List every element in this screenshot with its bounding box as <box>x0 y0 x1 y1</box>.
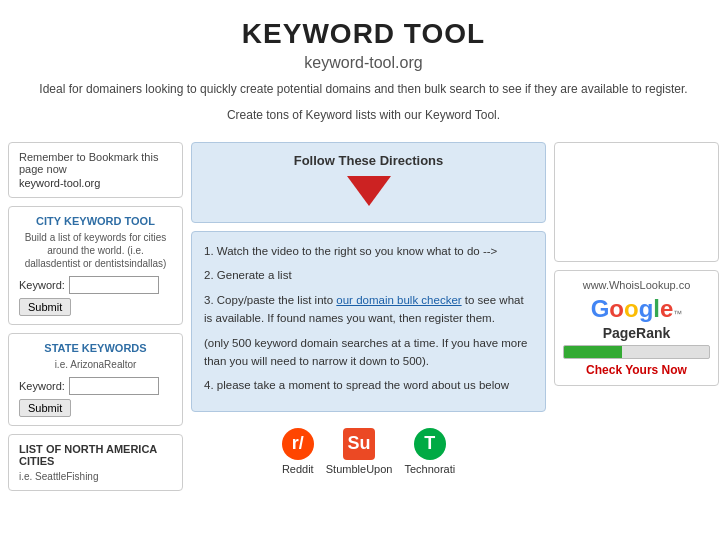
technorati-icon: T <box>414 428 446 460</box>
pagerank-box: www.WhoisLookup.co G o o g l e ™ PageRan… <box>554 270 719 386</box>
social-row: r/ Reddit Su StumbleUpon T Technorati <box>191 420 546 483</box>
directions-title: Follow These Directions <box>202 153 535 168</box>
state-title: STATE KEYWORDS <box>19 342 172 354</box>
bookmark-title: Remember to Bookmark this page now <box>19 151 172 175</box>
google-l-letter: l <box>653 295 660 323</box>
google-g2-letter: g <box>639 295 654 323</box>
subtitle: keyword-tool.org <box>20 54 707 72</box>
google-tm: ™ <box>673 309 682 319</box>
bookmark-box: Remember to Bookmark this page now keywo… <box>8 142 183 198</box>
google-e-letter: e <box>660 295 673 323</box>
google-o2-letter: o <box>624 295 639 323</box>
step2: 2. Generate a list <box>204 266 533 284</box>
pagerank-bar <box>563 345 710 359</box>
stumbleupon-label: StumbleUpon <box>326 463 393 475</box>
technorati-social[interactable]: T Technorati <box>404 428 455 475</box>
bulk-checker-link[interactable]: our domain bulk checker <box>336 294 461 306</box>
state-submit-button[interactable]: Submit <box>19 399 71 417</box>
stumbleupon-social[interactable]: Su StumbleUpon <box>326 428 393 475</box>
technorati-label: Technorati <box>404 463 455 475</box>
pagerank-url: www.WhoisLookup.co <box>563 279 710 291</box>
state-keyword-label: Keyword: <box>19 380 65 392</box>
city-submit-button[interactable]: Submit <box>19 298 71 316</box>
north-america-box: LIST OF NORTH AMERICA CITIES i.e. Seattl… <box>8 434 183 491</box>
arrow-down-icon <box>347 176 391 206</box>
directions-box: Follow These Directions <box>191 142 546 223</box>
reddit-icon: r/ <box>282 428 314 460</box>
desc2: Create tons of Keyword lists with our Ke… <box>20 106 707 124</box>
center-content: Follow These Directions 1. Watch the vid… <box>191 142 546 483</box>
state-keyword-input[interactable] <box>69 377 159 395</box>
north-america-sub: i.e. SeattleFishing <box>19 471 172 482</box>
google-o1-letter: o <box>609 295 624 323</box>
check-yours-label[interactable]: Check Yours Now <box>563 363 710 377</box>
city-keyword-box: CITY KEYWORD TOOL Build a list of keywor… <box>8 206 183 325</box>
step4: 4. please take a moment to spread the wo… <box>204 376 533 394</box>
main-layout: Remember to Bookmark this page now keywo… <box>0 132 727 501</box>
instructions-box: 1. Watch the video to the right so you k… <box>191 231 546 412</box>
right-ad-box <box>554 142 719 262</box>
header: KEYWORD TOOL keyword-tool.org Ideal for … <box>0 0 727 132</box>
city-desc: Build a list of keywords for cities arou… <box>19 231 172 270</box>
step1: 1. Watch the video to the right so you k… <box>204 242 533 260</box>
city-keyword-label: Keyword: <box>19 279 65 291</box>
pagerank-bar-fill <box>564 346 622 358</box>
step3-note: (only 500 keyword domain searches at a t… <box>204 334 533 371</box>
north-america-title: LIST OF NORTH AMERICA CITIES <box>19 443 172 467</box>
reddit-label: Reddit <box>282 463 314 475</box>
google-logo: G o o g l e ™ <box>563 295 710 323</box>
city-keyword-input[interactable] <box>69 276 159 294</box>
city-title: CITY KEYWORD TOOL <box>19 215 172 227</box>
step3-pre: 3. Copy/paste the list into <box>204 294 336 306</box>
step3: 3. Copy/paste the list into our domain b… <box>204 291 533 328</box>
pagerank-label: PageRank <box>563 325 710 341</box>
reddit-social[interactable]: r/ Reddit <box>282 428 314 475</box>
state-keyword-box: STATE KEYWORDS i.e. ArizonaRealtor Keywo… <box>8 333 183 426</box>
state-desc: i.e. ArizonaRealtor <box>19 358 172 371</box>
left-sidebar: Remember to Bookmark this page now keywo… <box>8 142 183 491</box>
stumbleupon-icon: Su <box>343 428 375 460</box>
desc1: Ideal for domainers looking to quickly c… <box>20 80 707 98</box>
page-title: KEYWORD TOOL <box>20 18 707 50</box>
google-g-letter: G <box>591 295 610 323</box>
right-sidebar: www.WhoisLookup.co G o o g l e ™ PageRan… <box>554 142 719 386</box>
bookmark-url: keyword-tool.org <box>19 177 172 189</box>
